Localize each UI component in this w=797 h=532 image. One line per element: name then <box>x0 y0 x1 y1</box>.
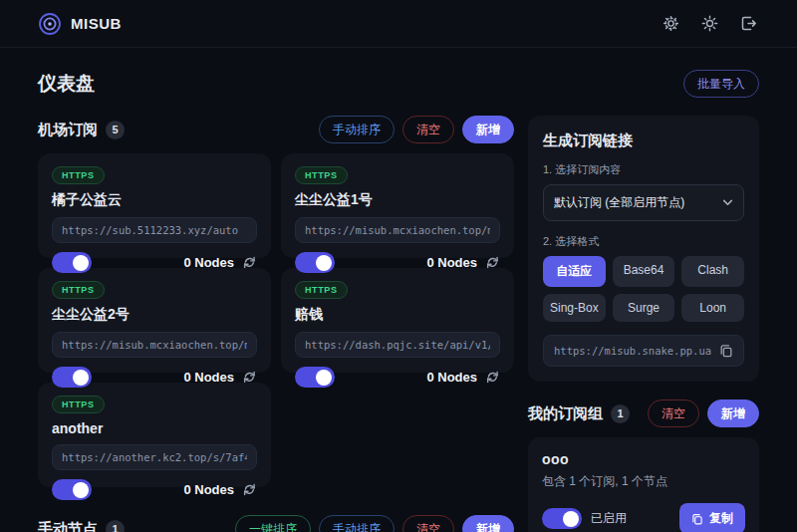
subscription-enabled-toggle[interactable] <box>52 367 92 388</box>
subscription-enabled-toggle[interactable] <box>295 252 335 273</box>
subscription-url-input[interactable] <box>52 332 257 358</box>
airport-subscriptions-section: 机场订阅 5 手动排序 清空 新增 HTTPS 橘子公益云 <box>38 116 514 532</box>
subscription-enabled-toggle[interactable] <box>52 252 92 273</box>
logout-icon[interactable] <box>740 15 757 32</box>
generated-link-box <box>543 335 744 367</box>
add-group-button[interactable]: 新增 <box>707 399 759 427</box>
format-option-loon[interactable]: Loon <box>681 294 744 322</box>
page-title: 仪表盘 <box>38 71 95 97</box>
subscription-card: HTTPS 尘尘公益2号 0 Nodes <box>38 268 271 373</box>
copy-icon <box>691 513 703 525</box>
step1-label: 1. 选择订阅内容 <box>543 162 744 177</box>
copy-icon[interactable] <box>719 344 733 358</box>
generated-link-input[interactable] <box>554 345 711 357</box>
protocol-badge: HTTPS <box>52 281 105 299</box>
copy-button-label: 复制 <box>709 510 733 527</box>
format-option-singbox[interactable]: Sing-Box <box>543 294 606 322</box>
subscription-name: 尘尘公益1号 <box>295 191 500 209</box>
add-sub-button[interactable]: 新增 <box>462 116 514 143</box>
subscription-card: HTTPS 橘子公益云 0 Nodes <box>38 153 271 258</box>
subscription-card: HTTPS 赔钱 0 Nodes <box>281 268 514 373</box>
refresh-icon[interactable] <box>485 370 500 385</box>
subscription-url-input[interactable] <box>295 332 500 358</box>
top-bar: MISUB <box>0 0 797 48</box>
format-option-base64[interactable]: Base64 <box>613 256 675 287</box>
batch-import-button[interactable]: 批量导入 <box>683 70 759 98</box>
airport-subs-count-badge: 5 <box>106 121 125 139</box>
one-key-sort-button[interactable]: 一键排序 <box>235 515 311 532</box>
generate-link-title: 生成订阅链接 <box>543 132 744 150</box>
group-card: ooo 包含 1 个订阅, 1 个节点 已启用 复制 <box>528 437 759 532</box>
subscription-url-input[interactable] <box>52 444 257 470</box>
manual-nodes-section: 手动节点 1 一键排序 手动排序 清空 新增 <box>38 515 514 532</box>
group-enabled-label: 已启用 <box>591 510 627 527</box>
clear-subs-button[interactable]: 清空 <box>402 116 454 143</box>
subscription-url-input[interactable] <box>295 217 500 243</box>
group-description: 包含 1 个订阅, 1 个节点 <box>542 473 745 490</box>
protocol-badge: HTTPS <box>295 166 348 184</box>
select-value: 默认订阅 (全部启用节点) <box>554 194 684 211</box>
subscription-name: another <box>52 420 257 436</box>
manual-nodes-count-badge: 1 <box>106 520 125 532</box>
node-count-label: 0 Nodes <box>426 370 477 385</box>
groups-count-badge: 1 <box>611 404 630 423</box>
chevron-down-icon <box>722 197 733 208</box>
manual-nodes-title: 手动节点 <box>38 520 98 532</box>
brand-name: MISUB <box>71 15 122 32</box>
refresh-icon[interactable] <box>242 482 257 497</box>
subscription-card: HTTPS another 0 Nodes <box>38 383 271 487</box>
subscription-card: HTTPS 尘尘公益1号 0 Nodes <box>281 153 514 258</box>
manual-sort-nodes-button[interactable]: 手动排序 <box>319 515 395 532</box>
format-option-surge[interactable]: Surge <box>613 294 675 322</box>
airport-subs-title: 机场订阅 <box>38 121 98 139</box>
format-option-clash[interactable]: Clash <box>681 256 744 287</box>
right-panel: 生成订阅链接 1. 选择订阅内容 默认订阅 (全部启用节点) 2. 选择格式 自… <box>528 116 759 532</box>
theme-sun-icon[interactable] <box>701 15 718 32</box>
copy-group-link-button[interactable]: 复制 <box>679 503 745 532</box>
subscription-enabled-toggle[interactable] <box>295 367 335 388</box>
subscription-name: 尘尘公益2号 <box>52 306 257 324</box>
subscription-cards-grid: HTTPS 橘子公益云 0 Nodes HTTPS 尘尘公益1号 <box>38 153 514 487</box>
node-count-label: 0 Nodes <box>183 482 234 497</box>
add-node-button[interactable]: 新增 <box>462 515 514 532</box>
group-name: ooo <box>542 451 745 467</box>
format-options: 自适应 Base64 Clash Sing-Box Surge Loon <box>543 256 744 322</box>
protocol-badge: HTTPS <box>295 281 348 299</box>
clear-groups-button[interactable]: 清空 <box>648 399 699 427</box>
misub-logo-icon <box>38 12 62 36</box>
settings-gear-icon[interactable] <box>663 15 679 32</box>
group-enabled-toggle[interactable] <box>542 508 582 529</box>
protocol-badge: HTTPS <box>52 166 105 184</box>
groups-title: 我的订阅组 <box>528 404 603 423</box>
protocol-badge: HTTPS <box>52 396 105 413</box>
subscription-enabled-toggle[interactable] <box>52 479 92 500</box>
step2-label: 2. 选择格式 <box>543 234 744 249</box>
brand: MISUB <box>38 12 122 36</box>
manual-sort-button[interactable]: 手动排序 <box>319 116 395 143</box>
clear-nodes-button[interactable]: 清空 <box>402 515 454 532</box>
generate-link-card: 生成订阅链接 1. 选择订阅内容 默认订阅 (全部启用节点) 2. 选择格式 自… <box>528 116 759 382</box>
subscription-name: 赔钱 <box>295 306 500 324</box>
subscription-name: 橘子公益云 <box>52 191 257 209</box>
subscription-content-select[interactable]: 默认订阅 (全部启用节点) <box>543 184 744 221</box>
format-option-adaptive[interactable]: 自适应 <box>543 256 606 287</box>
subscription-groups-section: 我的订阅组 1 清空 新增 <box>528 399 759 427</box>
subscription-url-input[interactable] <box>52 217 257 243</box>
